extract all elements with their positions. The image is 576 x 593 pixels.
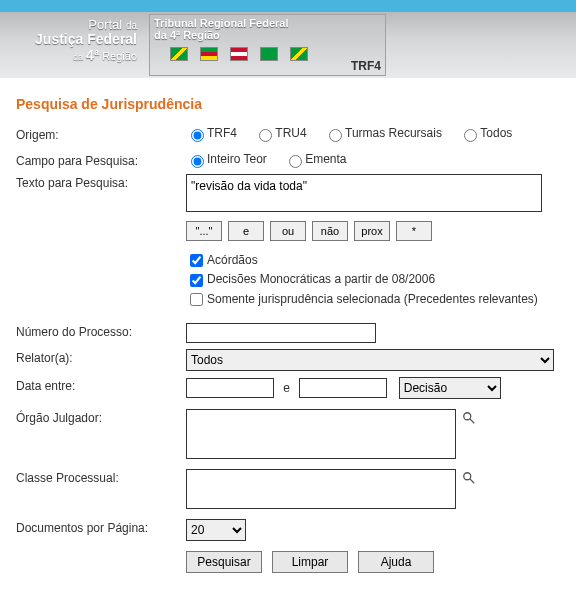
campo-radio-inteiro[interactable] xyxy=(191,155,204,168)
check-decisoes[interactable]: Decisões Monocráticas a partir de 08/200… xyxy=(186,270,560,289)
checkbox-acordaos[interactable] xyxy=(190,254,203,267)
origem-radio-turmas[interactable] xyxy=(329,129,342,142)
check-somente[interactable]: Somente jurisprudência selecionada (Prec… xyxy=(186,290,560,309)
data-entre-label: Data entre: xyxy=(16,377,186,393)
campo-pesquisa-label: Campo para Pesquisa: xyxy=(16,152,186,168)
texto-pesquisa-label: Texto para Pesquisa: xyxy=(16,174,186,190)
check-acordaos[interactable]: Acórdãos xyxy=(186,251,560,270)
svg-line-1 xyxy=(470,419,474,423)
data-inicio-input[interactable] xyxy=(186,378,274,398)
docs-pagina-select[interactable]: 20 xyxy=(186,519,246,541)
campo-radio-ementa[interactable] xyxy=(289,155,302,168)
svg-point-0 xyxy=(464,413,471,420)
origem-radio-tru4[interactable] xyxy=(259,129,272,142)
data-fim-input[interactable] xyxy=(299,378,387,398)
campo-option-ementa[interactable]: Ementa xyxy=(284,152,346,166)
orgao-julgador-input[interactable] xyxy=(186,409,456,459)
docs-pagina-label: Documentos por Página: xyxy=(16,519,186,535)
origem-radio-todos[interactable] xyxy=(464,129,477,142)
portal-text-3c: Região xyxy=(102,50,137,62)
action-buttons: Pesquisar Limpar Ajuda xyxy=(186,551,560,573)
magnifier-icon[interactable] xyxy=(462,411,476,425)
data-e-label: e xyxy=(283,381,290,395)
magnifier-icon[interactable] xyxy=(462,471,476,485)
numero-processo-input[interactable] xyxy=(186,323,376,343)
origem-label: Origem: xyxy=(16,126,186,142)
portal-logo: Portal da Justiça Federal da 4ª Região xyxy=(0,12,145,78)
tribunal-banner: Tribunal Regional Federal da 4ª Região T… xyxy=(149,14,386,76)
svg-line-3 xyxy=(470,479,474,483)
campo-pesquisa-radio-group: Inteiro Teor Ementa xyxy=(186,152,560,168)
op-prox-button[interactable]: prox xyxy=(354,221,390,241)
flag-icon xyxy=(200,47,218,61)
top-bar xyxy=(0,0,576,12)
data-tipo-select[interactable]: Decisão xyxy=(399,377,501,399)
operator-buttons: "..." e ou não prox * xyxy=(186,221,560,241)
relator-select[interactable]: Todos xyxy=(186,349,554,371)
header-banner: Portal da Justiça Federal da 4ª Região T… xyxy=(0,12,576,78)
texto-pesquisa-input[interactable]: "revisão da vida toda" xyxy=(186,174,542,212)
op-quote-button[interactable]: "..." xyxy=(186,221,222,241)
flag-icon xyxy=(230,47,248,61)
portal-text-1: Portal xyxy=(88,17,122,32)
numero-processo-label: Número do Processo: xyxy=(16,323,186,339)
origem-option-tru4[interactable]: TRU4 xyxy=(254,126,306,140)
origem-radio-trf4[interactable] xyxy=(191,129,204,142)
search-form: Pesquisa de Jurisprudência Origem: TRF4 … xyxy=(0,78,576,583)
flags-row xyxy=(170,47,308,61)
portal-text-3a: da xyxy=(73,52,83,62)
checkbox-decisoes[interactable] xyxy=(190,274,203,287)
campo-option-inteiro[interactable]: Inteiro Teor xyxy=(186,152,267,166)
trf4-label: TRF4 xyxy=(351,59,381,73)
portal-text-1b: da xyxy=(126,20,137,31)
op-or-button[interactable]: ou xyxy=(270,221,306,241)
op-star-button[interactable]: * xyxy=(396,221,432,241)
limpar-button[interactable]: Limpar xyxy=(272,551,348,573)
tribunal-line2: da 4ª Região xyxy=(154,29,288,41)
origem-option-todos[interactable]: Todos xyxy=(459,126,512,140)
svg-point-2 xyxy=(464,473,471,480)
origem-option-trf4[interactable]: TRF4 xyxy=(186,126,237,140)
flag-icon xyxy=(290,47,308,61)
page-title: Pesquisa de Jurisprudência xyxy=(16,96,560,112)
relator-label: Relator(a): xyxy=(16,349,186,365)
op-and-button[interactable]: e xyxy=(228,221,264,241)
tribunal-line1: Tribunal Regional Federal xyxy=(154,17,288,29)
pesquisar-button[interactable]: Pesquisar xyxy=(186,551,262,573)
portal-text-2: Justiça Federal xyxy=(8,32,137,47)
flag-icon xyxy=(170,47,188,61)
orgao-julgador-label: Órgão Julgador: xyxy=(16,409,186,425)
flag-icon xyxy=(260,47,278,61)
checkbox-somente[interactable] xyxy=(190,293,203,306)
origem-radio-group: TRF4 TRU4 Turmas Recursais Todos xyxy=(186,126,560,142)
origem-option-turmas[interactable]: Turmas Recursais xyxy=(324,126,442,140)
filter-checkboxes: Acórdãos Decisões Monocráticas a partir … xyxy=(186,251,560,309)
ajuda-button[interactable]: Ajuda xyxy=(358,551,434,573)
op-not-button[interactable]: não xyxy=(312,221,348,241)
classe-processual-input[interactable] xyxy=(186,469,456,509)
portal-text-3b: 4ª xyxy=(86,47,99,63)
classe-processual-label: Classe Processual: xyxy=(16,469,186,485)
